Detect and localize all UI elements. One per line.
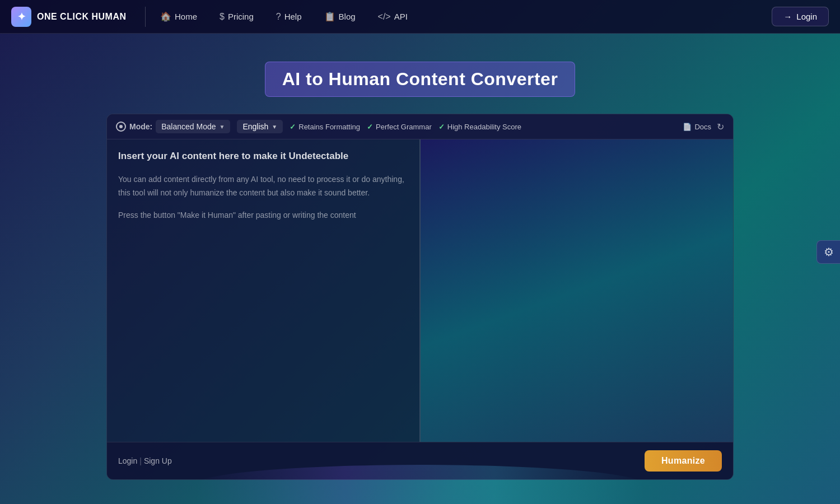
nav-blog[interactable]: 📋 Blog [315,7,365,26]
pricing-icon: $ [220,12,225,22]
input-placeholder-title: Insert your AI content here to make it U… [118,151,408,162]
blog-icon: 📋 [324,11,335,22]
language-dropdown[interactable]: English ▼ [237,120,283,133]
navbar: ✦ ONE CLICK HUMAN 🏠 Home $ Pricing ? Hel… [0,0,840,34]
settings-gear-button[interactable]: ⚙ [816,240,840,264]
nav-api-label: API [394,12,408,21]
logo-icon: ✦ [11,7,31,27]
mode-value: Balanced Mode [161,122,216,131]
docs-button[interactable]: 📄 Docs [683,123,711,131]
nav-pricing[interactable]: $ Pricing [211,7,263,26]
input-placeholder-line-2: Press the button "Make it Human" after p… [118,209,408,222]
toolbar-mode-section: Mode: Balanced Mode ▼ [116,120,230,133]
login-arrow-icon: → [783,12,792,21]
nav-help[interactable]: ? Help [267,7,311,26]
nav-pricing-label: Pricing [228,12,254,21]
lang-chevron-icon: ▼ [272,124,277,130]
docs-icon: 📄 [683,123,692,131]
badge-readability-label: High Readability Score [447,123,521,131]
footer-links: Login | Sign Up [118,456,172,465]
badge-grammar: ✓ Perfect Grammar [367,123,432,131]
nav-blog-label: Blog [339,12,356,21]
mode-dropdown[interactable]: Balanced Mode ▼ [156,120,230,133]
badge-formatting-label: Retains Formatting [298,123,360,131]
nav-home[interactable]: 🏠 Home [151,7,206,26]
gear-icon: ⚙ [824,245,834,259]
nav-links: 🏠 Home $ Pricing ? Help 📋 Blog </> API [151,7,772,26]
logo-area: ✦ ONE CLICK HUMAN [11,7,146,27]
badge-formatting: ✓ Retains Formatting [290,123,360,131]
page-title: AI to Human Content Converter [265,62,576,97]
nav-home-label: Home [175,12,197,21]
bottom-strip-decoration [196,465,644,504]
check-icon-3: ✓ [438,123,445,131]
docs-label: Docs [694,123,711,131]
refresh-button[interactable]: ↻ [717,122,724,132]
footer-signup-link[interactable]: Sign Up [144,456,172,465]
main-content: AI to Human Content Converter Mode: Bala… [0,34,840,504]
logo-text: ONE CLICK HUMAN [37,12,127,22]
input-panel[interactable]: Insert your AI content here to make it U… [107,139,421,442]
badge-grammar-label: Perfect Grammar [376,123,432,131]
login-button[interactable]: → Login [772,7,829,26]
toolbar: Mode: Balanced Mode ▼ English ▼ ✓ Retain… [107,114,733,139]
check-icon-2: ✓ [367,123,373,131]
mode-label: Mode: [129,122,152,131]
check-icon-1: ✓ [290,123,296,131]
api-icon: </> [378,12,391,22]
mode-icon [116,122,126,132]
nav-api[interactable]: </> API [369,7,417,26]
footer-login-link[interactable]: Login [118,456,137,465]
toolbar-right: 📄 Docs ↻ [683,122,724,132]
nav-help-label: Help [284,12,302,21]
humanize-button[interactable]: Humanize [645,450,722,472]
login-label: Login [796,12,817,21]
mode-chevron-icon: ▼ [220,124,225,130]
language-value: English [242,122,268,131]
help-icon: ? [276,12,281,22]
editor-area: Insert your AI content here to make it U… [107,139,733,442]
home-icon: 🏠 [160,11,171,22]
footer-separator: | [139,456,142,465]
badge-readability: ✓ High Readability Score [438,123,521,131]
input-placeholder-line-1: You can add content directly from any AI… [118,173,408,200]
converter-container: Mode: Balanced Mode ▼ English ▼ ✓ Retain… [106,114,734,480]
output-panel [421,139,733,442]
